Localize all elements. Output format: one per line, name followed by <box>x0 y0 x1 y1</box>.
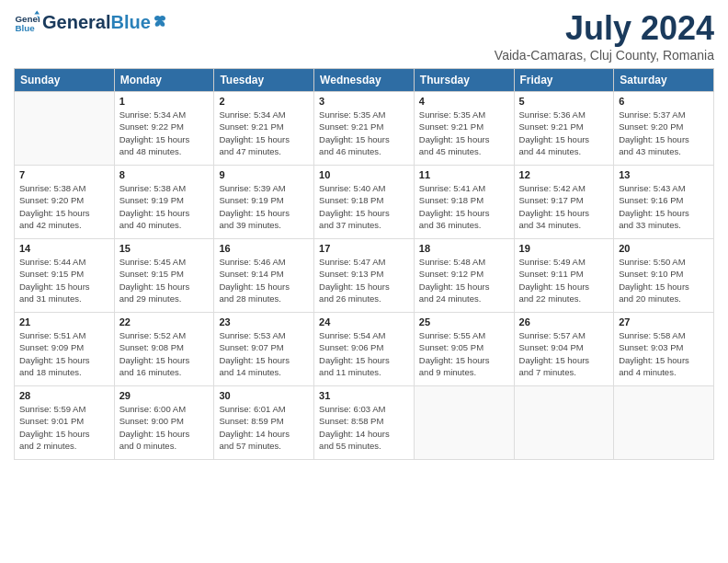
day-info: Sunrise: 5:48 AM Sunset: 9:12 PM Dayligh… <box>419 256 509 304</box>
calendar-cell <box>15 92 115 166</box>
calendar-cell: 19Sunrise: 5:49 AM Sunset: 9:11 PM Dayli… <box>514 239 614 313</box>
day-info: Sunrise: 5:52 AM Sunset: 9:08 PM Dayligh… <box>119 329 210 378</box>
day-info: Sunrise: 5:47 AM Sunset: 9:13 PM Dayligh… <box>319 256 409 304</box>
day-number: 9 <box>219 169 309 180</box>
calendar-cell: 30Sunrise: 6:01 AM Sunset: 8:59 PM Dayli… <box>214 386 314 460</box>
day-info: Sunrise: 5:54 AM Sunset: 9:06 PM Dayligh… <box>319 329 409 378</box>
logo-icon: General Blue <box>14 9 40 35</box>
day-info: Sunrise: 5:40 AM Sunset: 9:18 PM Dayligh… <box>319 182 409 231</box>
calendar-cell: 12Sunrise: 5:42 AM Sunset: 9:17 PM Dayli… <box>514 166 614 239</box>
day-number: 6 <box>619 96 709 107</box>
calendar-week-2: 7Sunrise: 5:38 AM Sunset: 9:20 PM Daylig… <box>15 166 714 239</box>
day-info: Sunrise: 5:43 AM Sunset: 9:16 PM Dayligh… <box>619 182 709 231</box>
day-info: Sunrise: 5:44 AM Sunset: 9:15 PM Dayligh… <box>19 256 109 304</box>
day-number: 24 <box>319 316 409 327</box>
calendar-cell <box>514 386 614 460</box>
calendar-cell: 29Sunrise: 6:00 AM Sunset: 9:00 PM Dayli… <box>114 386 214 460</box>
day-number: 23 <box>219 316 309 327</box>
day-number: 20 <box>619 243 709 254</box>
calendar-cell: 3Sunrise: 5:35 AM Sunset: 9:21 PM Daylig… <box>314 92 415 166</box>
day-info: Sunrise: 5:53 AM Sunset: 9:07 PM Dayligh… <box>219 329 309 378</box>
location: Vaida-Camaras, Cluj County, Romania <box>495 48 714 63</box>
day-number: 16 <box>219 243 309 254</box>
calendar-cell: 16Sunrise: 5:46 AM Sunset: 9:14 PM Dayli… <box>214 239 314 313</box>
calendar-cell: 23Sunrise: 5:53 AM Sunset: 9:07 PM Dayli… <box>214 313 314 386</box>
day-number: 7 <box>19 169 109 180</box>
day-info: Sunrise: 5:49 AM Sunset: 9:11 PM Dayligh… <box>519 256 609 304</box>
day-info: Sunrise: 5:41 AM Sunset: 9:18 PM Dayligh… <box>419 182 509 231</box>
header-row: Sunday Monday Tuesday Wednesday Thursday… <box>15 69 714 92</box>
day-info: Sunrise: 5:45 AM Sunset: 9:15 PM Dayligh… <box>119 256 210 304</box>
day-number: 14 <box>19 243 109 254</box>
calendar-cell: 17Sunrise: 5:47 AM Sunset: 9:13 PM Dayli… <box>314 239 415 313</box>
day-info: Sunrise: 5:34 AM Sunset: 9:21 PM Dayligh… <box>219 109 309 157</box>
day-number: 27 <box>619 316 709 327</box>
day-number: 13 <box>619 169 709 180</box>
calendar-cell: 27Sunrise: 5:58 AM Sunset: 9:03 PM Dayli… <box>614 313 714 386</box>
calendar-cell: 31Sunrise: 6:03 AM Sunset: 8:58 PM Dayli… <box>314 386 415 460</box>
day-info: Sunrise: 5:58 AM Sunset: 9:03 PM Dayligh… <box>619 329 709 378</box>
logo-blue: Blue <box>110 12 150 33</box>
calendar-week-5: 28Sunrise: 5:59 AM Sunset: 9:01 PM Dayli… <box>15 386 714 460</box>
col-wednesday: Wednesday <box>314 69 415 92</box>
calendar-cell: 18Sunrise: 5:48 AM Sunset: 9:12 PM Dayli… <box>414 239 514 313</box>
col-monday: Monday <box>114 69 214 92</box>
day-info: Sunrise: 5:39 AM Sunset: 9:19 PM Dayligh… <box>219 182 309 231</box>
calendar-cell: 8Sunrise: 5:38 AM Sunset: 9:19 PM Daylig… <box>114 166 214 239</box>
day-info: Sunrise: 5:46 AM Sunset: 9:14 PM Dayligh… <box>219 256 309 304</box>
day-number: 19 <box>519 243 609 254</box>
title-section: July 2024 Vaida-Camaras, Cluj County, Ro… <box>495 9 714 63</box>
calendar-cell: 6Sunrise: 5:37 AM Sunset: 9:20 PM Daylig… <box>614 92 714 166</box>
day-info: Sunrise: 5:35 AM Sunset: 9:21 PM Dayligh… <box>319 109 409 157</box>
day-number: 10 <box>319 169 409 180</box>
day-number: 26 <box>519 316 609 327</box>
logo-bird-icon <box>153 14 167 29</box>
calendar-cell: 10Sunrise: 5:40 AM Sunset: 9:18 PM Dayli… <box>314 166 415 239</box>
day-info: Sunrise: 5:35 AM Sunset: 9:21 PM Dayligh… <box>419 109 509 157</box>
calendar-cell: 26Sunrise: 5:57 AM Sunset: 9:04 PM Dayli… <box>514 313 614 386</box>
day-info: Sunrise: 6:01 AM Sunset: 8:59 PM Dayligh… <box>219 403 309 452</box>
calendar-week-3: 14Sunrise: 5:44 AM Sunset: 9:15 PM Dayli… <box>15 239 714 313</box>
svg-marker-2 <box>34 10 40 14</box>
day-number: 11 <box>419 169 509 180</box>
day-info: Sunrise: 5:50 AM Sunset: 9:10 PM Dayligh… <box>619 256 709 304</box>
col-tuesday: Tuesday <box>214 69 314 92</box>
day-number: 3 <box>319 96 409 107</box>
calendar-cell: 22Sunrise: 5:52 AM Sunset: 9:08 PM Dayli… <box>114 313 214 386</box>
calendar-cell: 14Sunrise: 5:44 AM Sunset: 9:15 PM Dayli… <box>15 239 115 313</box>
calendar-cell: 4Sunrise: 5:35 AM Sunset: 9:21 PM Daylig… <box>414 92 514 166</box>
col-saturday: Saturday <box>614 69 714 92</box>
calendar-week-4: 21Sunrise: 5:51 AM Sunset: 9:09 PM Dayli… <box>15 313 714 386</box>
day-number: 28 <box>19 390 109 401</box>
day-number: 31 <box>319 390 409 401</box>
svg-text:Blue: Blue <box>15 23 35 33</box>
calendar-cell: 21Sunrise: 5:51 AM Sunset: 9:09 PM Dayli… <box>15 313 115 386</box>
calendar-cell: 28Sunrise: 5:59 AM Sunset: 9:01 PM Dayli… <box>15 386 115 460</box>
day-info: Sunrise: 5:36 AM Sunset: 9:21 PM Dayligh… <box>519 109 609 157</box>
day-number: 2 <box>219 96 309 107</box>
col-friday: Friday <box>514 69 614 92</box>
day-number: 22 <box>119 316 210 327</box>
day-number: 25 <box>419 316 509 327</box>
day-number: 17 <box>319 243 409 254</box>
day-info: Sunrise: 6:00 AM Sunset: 9:00 PM Dayligh… <box>119 403 210 452</box>
logo: General Blue General Blue <box>14 9 167 35</box>
day-info: Sunrise: 5:34 AM Sunset: 9:22 PM Dayligh… <box>119 109 210 157</box>
day-number: 12 <box>519 169 609 180</box>
day-number: 18 <box>419 243 509 254</box>
calendar-cell: 13Sunrise: 5:43 AM Sunset: 9:16 PM Dayli… <box>614 166 714 239</box>
calendar-cell: 5Sunrise: 5:36 AM Sunset: 9:21 PM Daylig… <box>514 92 614 166</box>
day-number: 1 <box>119 96 210 107</box>
calendar-cell: 15Sunrise: 5:45 AM Sunset: 9:15 PM Dayli… <box>114 239 214 313</box>
day-number: 29 <box>119 390 210 401</box>
day-number: 4 <box>419 96 509 107</box>
day-number: 8 <box>119 169 210 180</box>
day-info: Sunrise: 5:38 AM Sunset: 9:19 PM Dayligh… <box>119 182 210 231</box>
calendar-table: Sunday Monday Tuesday Wednesday Thursday… <box>14 68 714 460</box>
day-info: Sunrise: 5:51 AM Sunset: 9:09 PM Dayligh… <box>19 329 109 378</box>
day-info: Sunrise: 5:42 AM Sunset: 9:17 PM Dayligh… <box>519 182 609 231</box>
calendar-cell: 7Sunrise: 5:38 AM Sunset: 9:20 PM Daylig… <box>15 166 115 239</box>
col-thursday: Thursday <box>414 69 514 92</box>
day-info: Sunrise: 5:55 AM Sunset: 9:05 PM Dayligh… <box>419 329 509 378</box>
calendar-cell: 9Sunrise: 5:39 AM Sunset: 9:19 PM Daylig… <box>214 166 314 239</box>
